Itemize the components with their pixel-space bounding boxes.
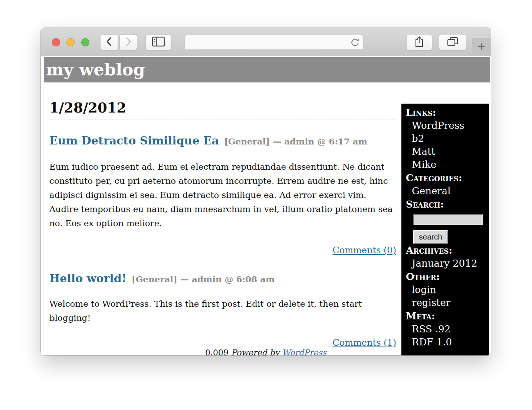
sidebar-link-rdf[interactable]: RDF 1.0: [406, 336, 489, 349]
comments-link[interactable]: Comments (0): [332, 245, 396, 256]
chevron-left-icon: [106, 37, 112, 48]
date-heading: 1/28/2012: [49, 100, 396, 120]
post: Eum Detracto Similique Ea [General] — ad…: [49, 134, 396, 256]
tabs-icon: [447, 36, 459, 48]
url-input[interactable]: [188, 36, 344, 49]
powered-by-text: Powered by: [231, 348, 279, 355]
reload-button[interactable]: [350, 38, 360, 48]
sidebar-heading-meta: Meta:: [406, 309, 489, 323]
sidebar-link-register[interactable]: register: [406, 296, 489, 309]
reload-icon: [350, 38, 360, 48]
post: Hello world! [General] — admin @ 6:08 am…: [49, 272, 396, 348]
post-body: Eum iudico praesent ad. Eum ei electram …: [49, 160, 396, 230]
back-button[interactable]: [100, 35, 118, 50]
post-title-link[interactable]: Hello world!: [49, 272, 127, 285]
sidebar-panel-icon: [152, 36, 165, 48]
post-head: Eum Detracto Similique Ea [General] — ad…: [49, 134, 396, 147]
minimize-window-button[interactable]: [66, 38, 75, 46]
main-content: 1/28/2012 Eum Detracto Similique Ea [Gen…: [49, 83, 396, 348]
post-title-link[interactable]: Eum Detracto Similique Ea: [49, 134, 219, 147]
sidebar-archive-january-2012[interactable]: January 2012: [406, 257, 489, 270]
sidebar-toggle-button[interactable]: [145, 35, 171, 50]
browser-toolbar: +: [41, 28, 491, 56]
sidebar-heading-links: Links:: [406, 106, 489, 119]
sidebar-link-mike[interactable]: Mike: [406, 158, 489, 171]
post-body: Welcome to WordPress. This is the first …: [49, 297, 396, 325]
wordpress-link[interactable]: WordPress: [282, 348, 326, 355]
sidebar-heading-other: Other:: [406, 270, 489, 283]
site-title-link[interactable]: my weblog: [46, 57, 145, 82]
sidebar-heading-search: Search:: [406, 198, 489, 211]
sidebar-category-general[interactable]: General: [406, 185, 489, 198]
close-window-button[interactable]: [52, 38, 60, 46]
sidebar-link-rss[interactable]: RSS .92: [406, 323, 489, 336]
comments-row: Comments (1): [49, 338, 396, 348]
comments-link[interactable]: Comments (1): [332, 338, 396, 348]
post-head: Hello world! [General] — admin @ 6:08 am: [49, 272, 396, 285]
zoom-window-button[interactable]: [81, 38, 89, 46]
search-button[interactable]: search: [413, 230, 448, 244]
tab-overview-button[interactable]: [439, 34, 466, 51]
sidebar-heading-archives: Archives:: [406, 244, 489, 257]
forward-button[interactable]: [119, 35, 137, 50]
sidebar: Links: WordPress b2 Matt Mike Categories…: [401, 104, 489, 355]
web-page: my weblog 1/28/2012 Eum Detracto Similiq…: [41, 56, 491, 355]
sidebar-heading-categories: Categories:: [406, 171, 489, 185]
sidebar-link-b2[interactable]: b2: [406, 132, 489, 145]
browser-window: + my weblog 1/28/2012 Eum Detracto Simil…: [41, 28, 491, 355]
new-tab-button[interactable]: +: [472, 38, 491, 56]
sidebar-link-wordpress[interactable]: WordPress: [406, 119, 489, 132]
share-icon: [414, 36, 424, 49]
sidebar-link-matt[interactable]: Matt: [406, 145, 489, 158]
timer-text: 0.009: [205, 348, 229, 355]
address-bar[interactable]: [184, 35, 364, 50]
search-input[interactable]: [413, 214, 483, 225]
chevron-right-icon: [125, 37, 132, 48]
desktop-background: + my weblog 1/28/2012 Eum Detracto Simil…: [0, 0, 532, 410]
post-meta: [General] — admin @ 6:08 am: [132, 274, 275, 284]
share-button[interactable]: [406, 34, 432, 51]
comments-row: Comments (0): [49, 245, 396, 256]
post-meta: [General] — admin @ 6:17 am: [224, 136, 367, 146]
sidebar-link-login[interactable]: login: [406, 283, 489, 296]
site-header: my weblog: [44, 57, 490, 82]
plus-icon: +: [477, 39, 486, 54]
